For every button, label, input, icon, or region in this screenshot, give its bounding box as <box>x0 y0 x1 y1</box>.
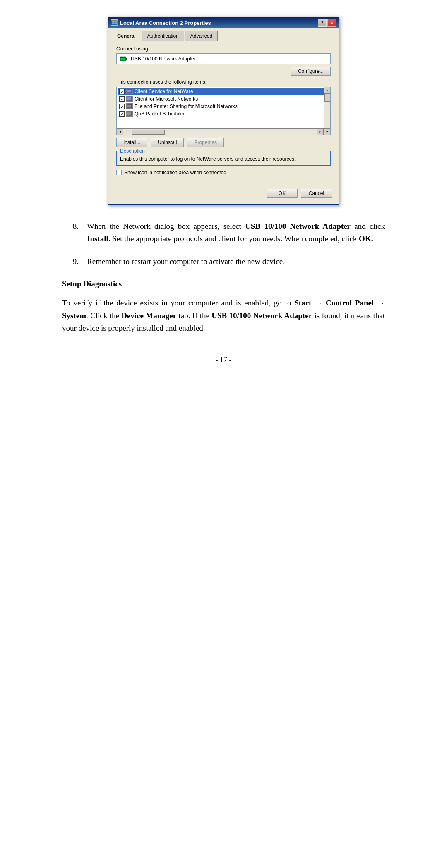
scroll-left-arrow[interactable]: ◄ <box>117 129 123 135</box>
item-checkbox[interactable] <box>119 96 125 102</box>
step-8: 8. When the Network dialog box appears, … <box>62 220 385 245</box>
close-button[interactable]: ✕ <box>327 19 336 27</box>
h-thumb[interactable] <box>132 130 165 135</box>
dialog-body: Connect using: USB 10/100 Network Adapte… <box>111 41 336 185</box>
show-icon-row: Show icon in notification area when conn… <box>116 170 331 176</box>
description-text: Enables this computer to log on to NetWa… <box>120 156 327 163</box>
items-list-inner: Client Service for NetWare Client for Mi… <box>117 87 330 118</box>
scrollbar-thumb[interactable] <box>324 94 330 102</box>
scrollbar-track <box>324 94 331 128</box>
dialog-title: Local Area Connection 2 Properties <box>120 20 211 26</box>
item-label: QoS Packet Scheduler <box>135 111 185 117</box>
titlebar-buttons: ? ✕ <box>318 19 336 27</box>
svg-rect-5 <box>126 58 127 60</box>
configure-btn-row: Configure... <box>116 67 331 76</box>
list-scrollbar: ▲ ▼ <box>324 87 330 135</box>
install-button[interactable]: Install... <box>116 138 147 147</box>
svg-rect-13 <box>127 105 131 107</box>
description-group: Description Enables this computer to log… <box>116 151 331 166</box>
show-icon-label: Show icon in notification area when conn… <box>124 170 226 176</box>
scroll-down-arrow[interactable]: ▼ <box>324 128 331 135</box>
item-icon <box>126 96 133 102</box>
dialog-titlebar: Local Area Connection 2 Properties ? ✕ <box>108 17 339 28</box>
item-icon <box>126 111 133 117</box>
page-number: - 17 - <box>216 356 232 364</box>
configure-button[interactable]: Configure... <box>291 67 331 76</box>
setup-diagnostics-paragraph: To verify if the device exists in your c… <box>62 297 385 334</box>
svg-rect-7 <box>120 57 125 58</box>
step-9-number: 9. <box>62 255 79 268</box>
step-8-text: When the Network dialog box appears, sel… <box>87 220 385 245</box>
show-icon-checkbox[interactable] <box>116 170 122 175</box>
section-heading: Setup Diagnostics <box>62 278 385 290</box>
network-adapter-icon <box>120 56 127 62</box>
tab-general[interactable]: General <box>112 31 141 41</box>
step-8-number: 8. <box>62 220 79 245</box>
uninstall-button[interactable]: Uninstall <box>151 138 184 147</box>
item-checkbox[interactable] <box>119 104 125 109</box>
adapter-box: USB 10/100 Network Adapter <box>116 53 331 64</box>
item-label: Client for Microsoft Networks <box>135 96 198 102</box>
svg-rect-9 <box>127 90 131 92</box>
item-label: File and Printer Sharing for Microsoft N… <box>135 103 238 109</box>
svg-rect-6 <box>121 58 125 60</box>
list-item[interactable]: Client Service for NetWare <box>118 88 329 95</box>
scroll-up-arrow[interactable]: ▲ <box>324 87 331 94</box>
item-label: Client Service for NetWare <box>135 89 193 94</box>
titlebar-left: Local Area Connection 2 Properties <box>111 19 211 26</box>
item-checkbox[interactable] <box>119 89 125 94</box>
item-icon <box>126 103 133 109</box>
dialog-footer: OK Cancel <box>111 185 336 202</box>
h-track <box>123 129 317 135</box>
titlebar-icon <box>111 19 118 26</box>
items-label: This connection uses the following items… <box>116 79 331 85</box>
horizontal-scrollbar: ◄ ► <box>117 128 324 135</box>
list-item[interactable]: File and Printer Sharing for Microsoft N… <box>118 103 329 110</box>
action-buttons: Install... Uninstall Properties <box>116 138 331 147</box>
step-9: 9. Remember to restart your computer to … <box>62 255 385 268</box>
description-legend: Description <box>119 148 146 154</box>
dialog-window: Local Area Connection 2 Properties ? ✕ G… <box>108 17 339 205</box>
step-9-text: Remember to restart your computer to act… <box>87 255 385 268</box>
dialog-tabs: General Authentication Advanced <box>108 28 339 41</box>
tab-authentication[interactable]: Authentication <box>142 31 184 41</box>
ok-button[interactable]: OK <box>267 189 298 198</box>
scroll-right-arrow[interactable]: ► <box>317 129 324 135</box>
tab-advanced[interactable]: Advanced <box>185 31 218 41</box>
item-checkbox[interactable] <box>119 111 125 117</box>
list-item[interactable]: Client for Microsoft Networks <box>118 95 329 103</box>
list-item[interactable]: QoS Packet Scheduler <box>118 110 329 118</box>
svg-rect-11 <box>127 97 131 100</box>
properties-button[interactable]: Properties <box>187 138 224 147</box>
instructions: 8. When the Network dialog box appears, … <box>62 220 385 343</box>
cancel-button[interactable]: Cancel <box>301 189 332 198</box>
item-icon <box>126 89 133 94</box>
items-list: Client Service for NetWare Client for Mi… <box>116 87 331 135</box>
adapter-name: USB 10/100 Network Adapter <box>131 56 196 62</box>
help-button[interactable]: ? <box>318 19 327 27</box>
connect-using-label: Connect using: <box>116 46 331 52</box>
svg-rect-15 <box>127 112 131 115</box>
